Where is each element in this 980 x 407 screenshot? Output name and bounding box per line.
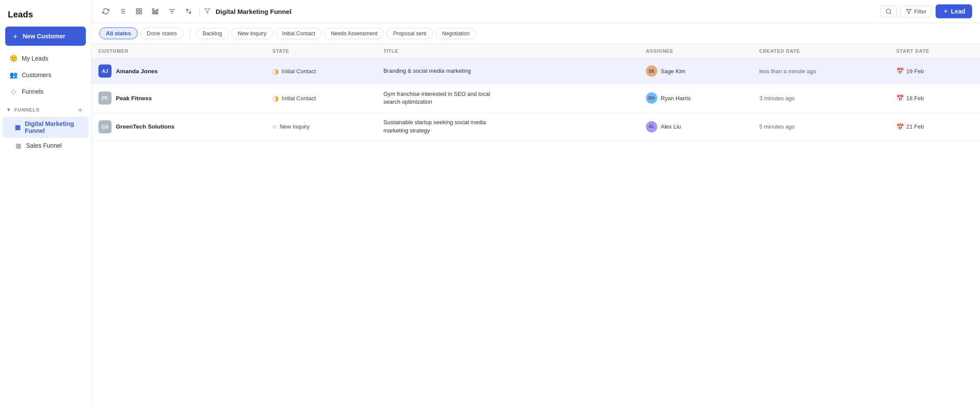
sidebar-item-customers[interactable]: 👥 Customers — [3, 67, 88, 83]
leads-table: CUSTOMER STATE TITLE ASSIGNEE CREATED DA… — [91, 44, 980, 141]
funnels-section-label: FUNNELS — [14, 107, 40, 112]
col-assignee: ASSIGNEE — [639, 44, 752, 58]
customer-name: GreenTech Solutions — [116, 123, 175, 130]
funnels-section-header: ▼ FUNNELS ＋ — [0, 100, 91, 116]
start-date: 19 Feb — [906, 68, 924, 75]
add-funnel-button[interactable]: ＋ — [75, 106, 85, 114]
columns-button[interactable] — [182, 6, 195, 17]
add-lead-button[interactable]: ＋ Lead — [936, 4, 972, 18]
state-cell: ◑ Initial Contact — [266, 58, 377, 84]
toolbar: Digital Marketing Funnel Filter ＋ Lead — [91, 0, 980, 23]
all-states-button[interactable]: All states — [99, 27, 138, 39]
toolbar-right: Filter ＋ Lead — [881, 4, 972, 18]
state-filter-bar: All states Done states Backlog New Inqui… — [91, 23, 980, 44]
table-row[interactable]: AJ Amanda Jones ◑ Initial Contact Brandi… — [91, 58, 980, 84]
created-date: 5 minutes ago — [752, 112, 889, 141]
customers-icon: 👥 — [10, 71, 17, 79]
assignee-cell: SK Sage Kim — [639, 58, 752, 84]
search-button[interactable] — [881, 6, 897, 17]
table-row[interactable]: PF Peak Fitness ◑ Initial Contact Gym fr… — [91, 84, 980, 112]
new-customer-button[interactable]: ＋ New Customer — [5, 27, 86, 46]
customer-name: Peak Fitness — [116, 95, 152, 102]
sort-button[interactable] — [166, 6, 179, 17]
state-icon: ○ — [273, 123, 277, 131]
stage-pill-proposal-sent[interactable]: Proposal sent — [386, 28, 433, 39]
stage-pill-backlog[interactable]: Backlog — [196, 28, 228, 39]
done-states-button[interactable]: Done states — [140, 27, 183, 39]
assignee-avatar: RH — [646, 92, 657, 104]
assignee-name: Alex Liu — [661, 123, 681, 130]
start-date: 18 Feb — [906, 95, 924, 102]
sidebar: Leads ＋ New Customer 🙂 My Leads 👥 Custom… — [0, 0, 91, 407]
start-date: 21 Feb — [906, 123, 924, 130]
sidebar-nav-label: Customers — [22, 71, 51, 78]
filter-icon-2: ▦ — [15, 142, 22, 149]
filter-icon: ▦ — [15, 124, 20, 131]
state-cell: ○ New Inquiry — [266, 112, 377, 141]
svg-line-18 — [890, 13, 892, 14]
title-cell: Gym franchise interested in SEO and loca… — [376, 84, 639, 112]
state-label: New Inquiry — [280, 123, 310, 130]
state-icon: ◑ — [273, 67, 279, 75]
col-state: STATE — [266, 44, 377, 58]
filter-button[interactable]: Filter — [900, 6, 932, 17]
svg-rect-10 — [152, 9, 154, 14]
table-view-button[interactable] — [132, 6, 145, 17]
toolbar-divider — [199, 7, 200, 16]
assignee-cell: RH Ryan Harris — [639, 84, 752, 112]
table-header-row: CUSTOMER STATE TITLE ASSIGNEE CREATED DA… — [91, 44, 980, 58]
svg-marker-19 — [907, 9, 912, 14]
state-label: Initial Contact — [282, 95, 316, 102]
state-filter-divider — [189, 29, 190, 38]
funnel-label: Digital Marketing Funnel — [25, 120, 82, 134]
new-customer-label: New Customer — [23, 33, 65, 40]
sidebar-item-digital-marketing[interactable]: ▦ Digital Marketing Funnel — [3, 117, 88, 138]
stage-pill-negotiation[interactable]: Negotiation — [436, 28, 476, 39]
avatar: GS — [98, 120, 112, 133]
svg-rect-9 — [136, 12, 139, 14]
funnel-filter-icon — [204, 8, 210, 15]
title-cell: Sustainable startup seeking social media… — [376, 112, 639, 141]
stage-pill-needs-assessment[interactable]: Needs Assessment — [324, 28, 384, 39]
customer-cell: GS GreenTech Solutions — [91, 112, 266, 141]
avatar: AJ — [98, 64, 112, 78]
refresh-button[interactable] — [99, 6, 112, 17]
svg-rect-6 — [136, 9, 139, 11]
person-icon: 🙂 — [10, 54, 17, 62]
sidebar-nav-label: Funnels — [22, 88, 44, 95]
title-cell: Branding & social media marketing — [376, 58, 639, 84]
start-date-cell: 📅 21 Feb — [889, 112, 980, 141]
assignee-name: Ryan Harris — [661, 95, 691, 102]
stage-pill-initial-contact[interactable]: Initial Contact — [276, 28, 322, 39]
main-content: Digital Marketing Funnel Filter ＋ Lead A… — [91, 0, 980, 407]
lead-label: Lead — [951, 8, 965, 15]
plus-icon: ＋ — [11, 31, 19, 41]
assignee-name: Sage Kim — [661, 68, 685, 75]
svg-marker-16 — [205, 8, 210, 13]
customer-cell: AJ Amanda Jones — [91, 58, 266, 84]
col-start-date: START DATE — [889, 44, 980, 58]
created-date: 3 minutes ago — [752, 84, 889, 112]
sidebar-item-funnels[interactable]: ◇ Funnels — [3, 84, 88, 99]
calendar-icon: 📅 — [896, 68, 904, 75]
sidebar-item-sales-funnel[interactable]: ▦ Sales Funnel — [3, 139, 88, 153]
funnel-name: Digital Marketing Funnel — [216, 8, 291, 15]
svg-rect-12 — [157, 9, 158, 14]
list-view-button[interactable] — [116, 6, 129, 17]
start-date-cell: 📅 18 Feb — [889, 84, 980, 112]
assignee-cell: AL Alex Liu — [639, 112, 752, 141]
table-row[interactable]: GS GreenTech Solutions ○ New Inquiry Sus… — [91, 112, 980, 141]
chart-view-button[interactable] — [149, 6, 162, 17]
sidebar-item-my-leads[interactable]: 🙂 My Leads — [3, 51, 88, 66]
customer-name: Amanda Jones — [116, 68, 158, 75]
col-title: TITLE — [376, 44, 639, 58]
col-created-date: CREATED DATE — [752, 44, 889, 58]
start-date-cell: 📅 19 Feb — [889, 58, 980, 84]
state-label: Initial Contact — [282, 68, 316, 75]
state-filter-group: All states Done states — [99, 27, 183, 39]
stage-pills: Backlog New Inquiry Initial Contact Need… — [196, 28, 476, 39]
svg-rect-11 — [155, 10, 156, 14]
svg-rect-8 — [139, 12, 142, 14]
stage-pill-new-inquiry[interactable]: New Inquiry — [231, 28, 273, 39]
calendar-icon: 📅 — [896, 95, 904, 102]
